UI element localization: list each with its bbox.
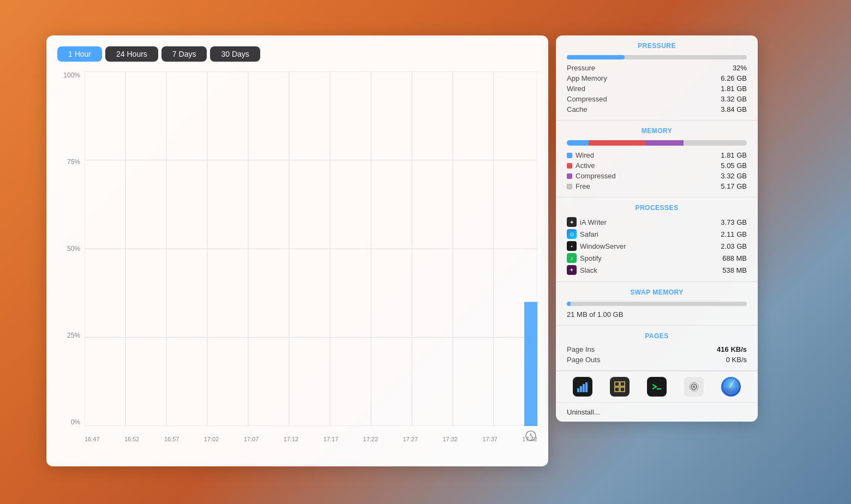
processes-title: PROCESSES	[567, 204, 747, 212]
processes-section: PROCESSES ✦iA Writer 3.73 GB ⊙Safari 2.1…	[556, 197, 758, 282]
btn-7days[interactable]: 7 Days	[161, 46, 207, 62]
iawriter-value: 3.73 GB	[721, 218, 747, 226]
safari-icon[interactable]	[721, 377, 741, 397]
mem-active-value: 5.05 GB	[721, 161, 747, 170]
mem-compressed-row: Compressed 3.32 GB	[567, 172, 747, 180]
svg-line-20	[531, 436, 533, 437]
y-label-0: 0%	[57, 418, 80, 426]
x-label-5: 17:12	[284, 436, 299, 442]
swap-bar-fill	[567, 302, 571, 306]
compressed-row: Compressed 3.32 GB	[567, 95, 747, 103]
mem-active-label: Active	[567, 161, 595, 170]
x-label-1: 16:52	[124, 436, 140, 442]
windowserver-label: ▪WindowServer	[567, 241, 626, 251]
btn-1hour[interactable]: 1 Hour	[57, 46, 102, 62]
spotify-value: 688 MB	[722, 254, 747, 262]
spotify-icon: ♪	[567, 253, 577, 263]
page-ins-value: 416 KB/s	[717, 345, 747, 353]
process-safari: ⊙Safari 2.11 GB	[567, 229, 747, 239]
svg-point-32	[693, 386, 695, 388]
terminal-icon[interactable]	[647, 377, 667, 397]
compressed-dot	[567, 173, 572, 179]
pages-section: PAGES Page Ins 416 KB/s Page Outs 0 KB/s	[556, 326, 758, 371]
wired-value: 1.81 GB	[721, 85, 747, 93]
page-outs-row: Page Outs 0 KB/s	[567, 356, 747, 364]
y-label-50: 50%	[57, 245, 80, 253]
y-axis-labels: 100% 75% 50% 25% 0%	[57, 71, 80, 442]
mem-active-row: Active 5.05 GB	[567, 161, 747, 170]
memory-title: MEMORY	[567, 127, 747, 135]
slack-label: ✦Slack	[567, 265, 597, 275]
memory-seg-free	[684, 140, 747, 146]
mem-wired-label: Wired	[567, 151, 594, 159]
swap-text-row: 21 MB of 1.00 GB	[567, 310, 747, 319]
free-dot	[567, 184, 572, 189]
page-outs-label: Page Outs	[567, 356, 600, 364]
pressure-bar-fill	[567, 55, 625, 59]
x-label-8: 17:27	[403, 436, 418, 442]
pressure-progress-bar	[567, 55, 747, 59]
chart-area: 100% 75% 50% 25% 0%	[57, 71, 537, 442]
main-container: 1 Hour 24 Hours 7 Days 30 Days 100% 75% …	[46, 35, 758, 466]
app-memory-row: App Memory 6.26 GB	[567, 74, 747, 82]
x-label-3: 17:02	[204, 436, 219, 442]
x-label-4: 17:07	[244, 436, 259, 442]
x-label-10: 17:37	[482, 436, 498, 442]
chart-panel: 1 Hour 24 Hours 7 Days 30 Days 100% 75% …	[46, 35, 548, 466]
x-label-6: 17:17	[323, 436, 339, 442]
process-slack: ✦Slack 538 MB	[567, 265, 747, 275]
y-label-25: 25%	[57, 332, 80, 339]
x-axis-labels: 16:47 16:52 16:57 17:02 17:07 17:12 17:1…	[85, 436, 537, 442]
mem-wired-value: 1.81 GB	[721, 151, 747, 159]
slack-value: 538 MB	[722, 266, 747, 274]
wired-dot	[567, 153, 572, 158]
x-label-2: 16:57	[164, 436, 179, 442]
page-ins-row: Page Ins 416 KB/s	[567, 345, 747, 353]
windowserver-value: 2.03 GB	[721, 242, 747, 250]
pages-title: PAGES	[567, 332, 747, 340]
safari-value: 2.11 GB	[721, 230, 747, 238]
pressure-section: PRESSURE Pressure 32% App Memory 6.26 GB…	[556, 35, 758, 121]
clock-icon[interactable]	[524, 429, 537, 442]
swap-memory-section: SWAP MEMORY 21 MB of 1.00 GB	[556, 282, 758, 326]
btn-24hours[interactable]: 24 Hours	[105, 46, 158, 62]
cache-value: 3.84 GB	[721, 105, 747, 113]
memory-bar	[567, 140, 747, 146]
mem-wired-row: Wired 1.81 GB	[567, 151, 747, 159]
svg-rect-27	[615, 387, 619, 392]
btn-30days[interactable]: 30 Days	[210, 46, 260, 62]
chart-svg	[85, 71, 537, 426]
windowserver-icon: ▪	[567, 241, 577, 251]
cache-label: Cache	[567, 105, 588, 113]
mem-compressed-label: Compressed	[567, 172, 616, 180]
svg-rect-21	[577, 388, 579, 392]
airdrop-icon[interactable]	[684, 377, 704, 397]
x-label-7: 17:22	[363, 436, 379, 442]
swap-bar	[567, 302, 747, 306]
compressed-value: 3.32 GB	[721, 95, 747, 103]
compressed-label: Compressed	[567, 95, 607, 103]
uninstall-link[interactable]: Uninstall...	[556, 402, 758, 422]
safari-icon: ⊙	[567, 229, 577, 239]
y-label-100: 100%	[57, 71, 80, 79]
y-label-75: 75%	[57, 158, 80, 166]
pressure-row: Pressure 32%	[567, 64, 747, 72]
pressure-value: 32%	[733, 64, 747, 72]
app-memory-label: App Memory	[567, 74, 607, 82]
svg-rect-25	[615, 382, 619, 386]
svg-rect-24	[585, 382, 588, 392]
time-buttons: 1 Hour 24 Hours 7 Days 30 Days	[57, 46, 537, 62]
memory-seg-active	[589, 140, 646, 146]
toolbar	[556, 371, 758, 402]
safari-label: ⊙Safari	[567, 229, 598, 239]
right-panel: PRESSURE Pressure 32% App Memory 6.26 GB…	[556, 35, 758, 422]
stats-icon[interactable]	[610, 377, 630, 397]
svg-rect-22	[580, 386, 582, 392]
activity-monitor-icon[interactable]	[573, 377, 592, 397]
cache-row: Cache 3.84 GB	[567, 105, 747, 113]
x-label-9: 17:32	[442, 436, 458, 442]
pressure-label: Pressure	[567, 64, 595, 72]
swap-title: SWAP MEMORY	[567, 289, 747, 296]
mem-compressed-value: 3.32 GB	[721, 172, 747, 180]
mem-free-row: Free 5.17 GB	[567, 182, 747, 190]
